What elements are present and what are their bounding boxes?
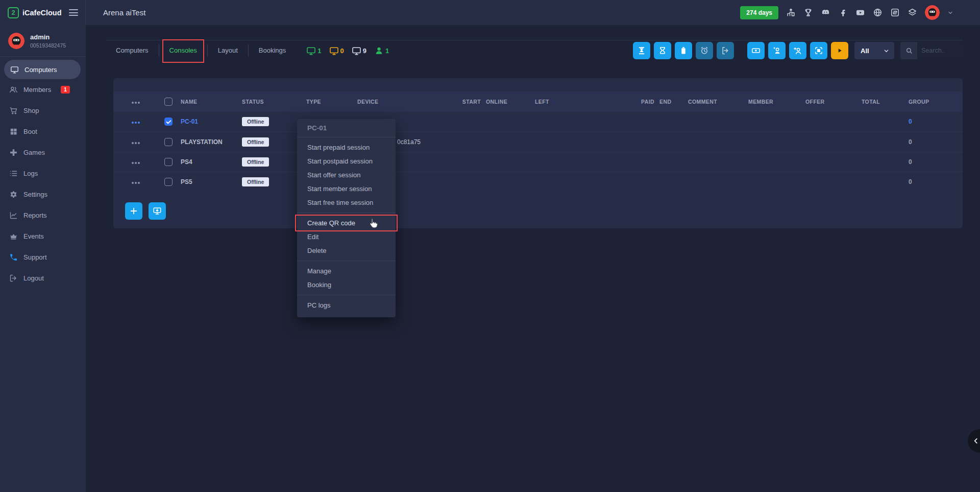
- chevron-down-icon: [884, 48, 889, 54]
- sidebar-item-reports[interactable]: Reports: [0, 205, 86, 226]
- sidebar-nav: Computers Members 1 Shop Boot Games Logs…: [0, 57, 86, 289]
- header-actions-icon: [132, 102, 134, 104]
- member-star-button[interactable]: [768, 42, 786, 59]
- row-checkbox[interactable]: [164, 178, 173, 186]
- row-checkbox[interactable]: [164, 118, 173, 126]
- row-actions-button[interactable]: [132, 162, 134, 164]
- menu-item-edit[interactable]: Edit: [297, 230, 396, 244]
- list-icon: [9, 169, 18, 178]
- status-counters: 1 0 9 1: [306, 46, 389, 56]
- console-name[interactable]: PS5: [181, 178, 192, 185]
- monitor-icon: [10, 65, 19, 74]
- sidebar-item-members[interactable]: Members 1: [0, 79, 86, 100]
- youtube-icon[interactable]: [855, 8, 865, 17]
- select-all-checkbox[interactable]: [164, 98, 173, 106]
- menu-item-create-qr-code[interactable]: Create QR code: [297, 216, 396, 230]
- row-actions-button[interactable]: [132, 182, 134, 184]
- tab-computers[interactable]: Computers: [106, 46, 159, 55]
- layers-icon[interactable]: [908, 8, 917, 17]
- table-row[interactable]: PLAYSTATION Offline 0c81a75 0: [113, 132, 963, 152]
- row-actions-button[interactable]: [132, 122, 134, 124]
- row-checkbox[interactable]: [164, 158, 173, 166]
- sidebar-item-settings[interactable]: Settings: [0, 184, 86, 205]
- group-count[interactable]: 0: [909, 158, 912, 166]
- counter-pcs-offline: 9: [352, 46, 366, 56]
- add-console-button[interactable]: [125, 202, 142, 220]
- user-name: admin: [30, 33, 66, 41]
- status-badge: Offline: [242, 137, 269, 147]
- tab-bookings[interactable]: Bookings: [249, 46, 296, 55]
- monitor-icon: [306, 46, 316, 56]
- start-button[interactable]: [831, 42, 848, 59]
- table-header-row: NAME STATUS TYPE DEVICE START ONLINE LEF…: [113, 91, 963, 112]
- menu-item-booking[interactable]: Booking: [297, 278, 396, 292]
- table-row[interactable]: PC-01 Offline 0: [113, 112, 963, 132]
- sidebar-item-logs[interactable]: Logs: [0, 163, 86, 184]
- ranking-icon[interactable]: [786, 8, 796, 17]
- group-count[interactable]: 0: [909, 138, 912, 146]
- row-checkbox[interactable]: [164, 138, 173, 146]
- menu-item-start-free-time-session[interactable]: Start free time session: [297, 196, 396, 209]
- tab-consoles[interactable]: Consoles: [159, 46, 207, 55]
- menu-item-pc-logs[interactable]: PC logs: [297, 298, 396, 312]
- menu-item-start-offer-session[interactable]: Start offer session: [297, 168, 396, 182]
- prepaid-session-button[interactable]: [633, 42, 650, 59]
- alarm-button[interactable]: [696, 42, 713, 59]
- menu-item-start-postpaid-session[interactable]: Start postpaid session: [297, 154, 396, 168]
- search-icon: [900, 42, 917, 59]
- subscription-days-badge[interactable]: 274 days: [740, 6, 778, 19]
- search-input[interactable]: [917, 42, 963, 59]
- sidebar-item-events[interactable]: Events: [0, 226, 86, 247]
- members-badge: 1: [61, 86, 70, 93]
- sidebar-avatar: [8, 33, 24, 49]
- menu-item-start-member-session[interactable]: Start member session: [297, 182, 396, 196]
- row-actions-button[interactable]: [132, 142, 134, 144]
- chevron-left-icon: [972, 437, 979, 444]
- cash-pay-button[interactable]: [747, 42, 765, 59]
- add-member-button[interactable]: [789, 42, 806, 59]
- facebook-icon[interactable]: [838, 8, 848, 17]
- main-content: Computers Consoles Layout Bookings 1 0: [86, 25, 980, 492]
- context-menu: PC-01 Start prepaid session Start postpa…: [297, 119, 396, 317]
- trophy-icon[interactable]: [803, 8, 813, 17]
- icafecloud-icon[interactable]: [890, 8, 900, 17]
- logout-icon: [9, 274, 18, 283]
- sidebar-item-shop[interactable]: Shop: [0, 100, 86, 121]
- battery-button[interactable]: [675, 42, 692, 59]
- discord-icon[interactable]: [821, 8, 830, 17]
- checkout-button[interactable]: [717, 42, 734, 59]
- context-menu-title: PC-01: [297, 119, 396, 137]
- sidebar-item-games[interactable]: Games: [0, 142, 86, 163]
- sidebar-user-block[interactable]: admin 005193482475: [0, 25, 86, 57]
- gear-icon: [9, 190, 18, 199]
- cart-icon: [9, 106, 18, 115]
- client-install-button[interactable]: [149, 202, 166, 220]
- chevron-down-icon[interactable]: [947, 10, 953, 16]
- brand-name: iCafeCloud: [22, 9, 69, 17]
- group-count[interactable]: 0: [909, 118, 912, 125]
- menu-item-delete[interactable]: Delete: [297, 244, 396, 257]
- group-count[interactable]: 0: [909, 178, 912, 185]
- sidebar-item-boot[interactable]: Boot: [0, 121, 86, 142]
- console-name[interactable]: PLAYSTATION: [181, 138, 223, 146]
- counter-pcs-online: 1: [306, 46, 321, 56]
- tab-layout[interactable]: Layout: [208, 46, 248, 55]
- menu-item-manage[interactable]: Manage: [297, 264, 396, 278]
- sidebar-item-computers[interactable]: Computers: [4, 60, 81, 79]
- postpaid-session-button[interactable]: [654, 42, 671, 59]
- globe-icon[interactable]: [873, 8, 883, 17]
- console-name[interactable]: PC-01: [181, 118, 198, 125]
- filter-select[interactable]: All: [854, 42, 894, 59]
- sidebar-item-support[interactable]: Support: [0, 247, 86, 268]
- monitor-icon: [329, 46, 339, 56]
- qr-scan-button[interactable]: [810, 42, 827, 59]
- user-id: 005193482475: [30, 42, 66, 49]
- console-name[interactable]: PS4: [181, 158, 192, 166]
- menu-toggle-icon[interactable]: [69, 9, 78, 16]
- table-row[interactable]: PS4 Offline 0: [113, 152, 963, 172]
- table-row[interactable]: PS5 Offline 0: [113, 172, 963, 192]
- menu-item-start-prepaid-session[interactable]: Start prepaid session: [297, 140, 396, 154]
- counter-pcs-busy: 0: [329, 46, 344, 56]
- user-avatar[interactable]: [925, 5, 940, 20]
- sidebar-item-logout[interactable]: Logout: [0, 268, 86, 289]
